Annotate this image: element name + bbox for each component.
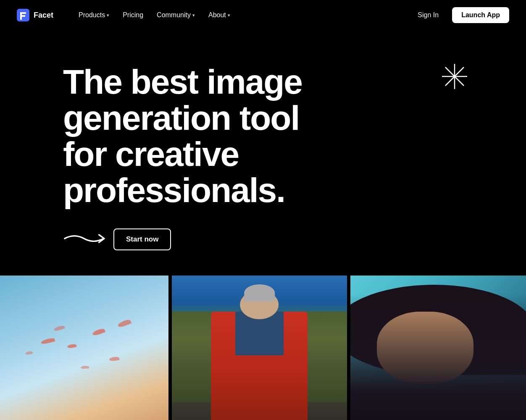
hero-cta-row: Start now bbox=[63, 228, 509, 250]
arrow-icon bbox=[63, 230, 105, 247]
hero-headline: The best image generation tool for creat… bbox=[63, 64, 424, 208]
gallery-item-portrait bbox=[350, 276, 526, 420]
nav-right: Sign In Launch App bbox=[411, 7, 509, 23]
start-now-button[interactable]: Start now bbox=[113, 228, 171, 250]
arrow-decoration bbox=[63, 230, 105, 249]
chevron-down-icon: ▾ bbox=[228, 13, 230, 18]
gallery-item-man bbox=[172, 276, 347, 420]
logo-text: Facet bbox=[34, 11, 53, 20]
gallery-item-sky bbox=[0, 276, 168, 420]
nav-item-about[interactable]: About ▾ bbox=[203, 8, 235, 22]
image-gallery bbox=[0, 276, 526, 420]
hero-section: The best image generation tool for creat… bbox=[0, 30, 526, 276]
chevron-down-icon: ▾ bbox=[107, 13, 109, 18]
man-image bbox=[172, 276, 347, 420]
gallery-gap-1 bbox=[168, 276, 172, 420]
man-figure bbox=[211, 312, 308, 420]
nav-item-products[interactable]: Products ▾ bbox=[74, 8, 114, 22]
man-head bbox=[240, 290, 279, 319]
portrait-image bbox=[350, 276, 526, 420]
chevron-down-icon: ▾ bbox=[192, 13, 195, 18]
sign-in-button[interactable]: Sign In bbox=[411, 8, 445, 22]
star-decoration-icon bbox=[442, 64, 467, 89]
logo-icon bbox=[17, 9, 29, 21]
portrait-body bbox=[350, 294, 526, 420]
launch-app-button[interactable]: Launch App bbox=[452, 7, 509, 23]
gallery-gap-2 bbox=[347, 276, 350, 420]
nav-links: Products ▾ Pricing Community ▾ About ▾ bbox=[74, 8, 235, 22]
nav-item-pricing[interactable]: Pricing bbox=[118, 8, 148, 22]
navbar: Facet Products ▾ Pricing Community ▾ Abo… bbox=[0, 0, 526, 30]
nav-item-community[interactable]: Community ▾ bbox=[152, 8, 200, 22]
logo[interactable]: Facet bbox=[17, 9, 53, 21]
sky-image bbox=[0, 276, 168, 420]
nav-left: Facet Products ▾ Pricing Community ▾ Abo… bbox=[17, 8, 235, 22]
